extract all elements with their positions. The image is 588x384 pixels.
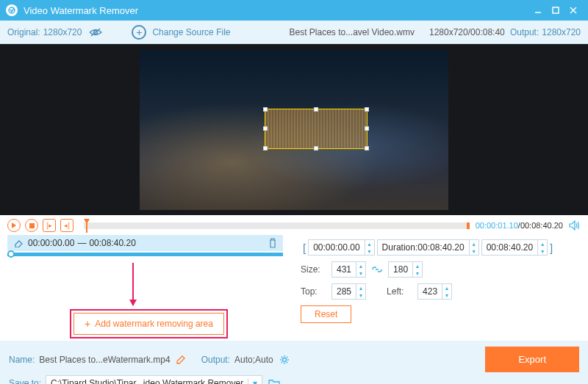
resize-handle-tl[interactable] — [263, 107, 268, 112]
segment-track[interactable] — [7, 253, 283, 256]
segments-panel: 00:00:00.00 — 00:08:40.20 + Add watermar… — [0, 233, 290, 341]
spinner-up-icon[interactable]: ▲ — [356, 284, 365, 291]
spinner-down-icon[interactable]: ▼ — [470, 247, 478, 255]
video-frame[interactable] — [140, 50, 448, 210]
resize-handle-tr[interactable] — [365, 107, 369, 112]
resize-handle-bm[interactable] — [314, 146, 318, 151]
main-panel: 00:00:00.00 — 00:08:40.20 + Add watermar… — [0, 233, 588, 341]
segment-start: 00:00:00.00 — [28, 238, 74, 248]
time-display: 00:00:01.10/00:08:40.20 — [476, 221, 563, 230]
eye-off-icon[interactable] — [89, 27, 102, 37]
output-filename: Best Places to...eWatermark.mp4 — [39, 355, 170, 365]
spinner-up-icon[interactable]: ▲ — [356, 262, 365, 269]
duration-input[interactable]: Duration:00:08:40.20▲▼ — [377, 239, 479, 256]
time-end-input[interactable]: 00:08:40.20▲▼ — [481, 239, 548, 256]
video-preview-area — [0, 44, 588, 215]
original-resolution: 1280x720 — [43, 27, 82, 37]
bottom-bar: Name: Best Places to...eWatermark.mp4 Ou… — [0, 341, 588, 384]
output-format-value: Auto;Auto — [234, 355, 273, 365]
size-label: Size: — [301, 264, 331, 275]
resize-handle-ml[interactable] — [263, 126, 268, 131]
watermark-selection-box[interactable] — [265, 109, 368, 149]
spinner-down-icon[interactable]: ▼ — [356, 291, 365, 299]
saveto-dropdown-icon[interactable]: ▾ — [248, 378, 257, 384]
svg-point-8 — [282, 358, 286, 361]
time-start-input[interactable]: 00:00:00.00▲▼ — [308, 239, 374, 256]
eraser-icon — [13, 239, 24, 247]
playhead-icon[interactable] — [84, 219, 90, 232]
annotation-highlight: + Add watermark removing area — [70, 309, 228, 338]
output-resolution: 1280x720 — [542, 27, 581, 37]
playback-controls: [▸ ◂] 00:00:01.10/00:08:40.20 — [0, 217, 588, 233]
minimize-button[interactable] — [529, 3, 547, 18]
spinner-up-icon[interactable]: ▲ — [442, 284, 451, 291]
link-aspect-icon[interactable] — [372, 265, 382, 274]
parameters-panel: [ 00:00:00.00▲▼ Duration:00:08:40.20▲▼ 0… — [290, 233, 588, 341]
output-format-label: Output: — [201, 355, 230, 365]
add-source-button[interactable]: + — [132, 25, 146, 40]
spinner-up-icon[interactable]: ▲ — [413, 262, 422, 269]
spinner-down-icon[interactable]: ▼ — [356, 269, 365, 277]
svg-rect-2 — [553, 7, 559, 13]
segment-separator: — — [77, 238, 86, 248]
add-area-label: Add watermark removing area — [95, 319, 213, 329]
add-watermark-area-button[interactable]: + Add watermark removing area — [74, 313, 224, 335]
reset-button[interactable]: Reset — [301, 305, 351, 323]
source-filename: Best Places to...avel Video.wmv — [289, 27, 415, 37]
app-title: Video Watermark Remover — [24, 5, 529, 16]
source-dimensions: 1280x720/00:08:40 — [429, 27, 505, 37]
left-label: Left: — [387, 286, 417, 297]
spinner-down-icon[interactable]: ▼ — [365, 247, 374, 255]
segment-thumb[interactable] — [7, 250, 15, 258]
resize-handle-bl[interactable] — [263, 146, 268, 151]
spinner-up-icon[interactable]: ▲ — [365, 240, 374, 247]
saveto-label: Save to: — [9, 378, 41, 384]
set-start-button[interactable]: [▸ — [43, 219, 56, 232]
toolbar: Original: 1280x720 + Change Source File … — [0, 21, 588, 44]
spinner-down-icon[interactable]: ▼ — [538, 247, 547, 255]
app-logo-icon — [6, 4, 18, 16]
segment-row[interactable]: 00:00:00.00 — 00:08:40.20 — [7, 235, 283, 251]
spinner-up-icon[interactable]: ▲ — [470, 240, 478, 247]
left-input[interactable]: 423▲▼ — [417, 283, 452, 300]
delete-segment-icon[interactable] — [268, 238, 277, 248]
edit-name-icon[interactable] — [176, 355, 185, 364]
spinner-up-icon[interactable]: ▲ — [538, 240, 547, 247]
segment-end: 00:08:40.20 — [89, 238, 135, 248]
output-settings-icon[interactable] — [279, 355, 290, 365]
title-bar: Video Watermark Remover — [0, 0, 588, 21]
stop-button[interactable] — [25, 219, 38, 232]
maximize-button[interactable] — [547, 3, 564, 18]
svg-rect-7 — [29, 223, 35, 228]
original-label: Original: — [7, 27, 40, 37]
saveto-path-input[interactable]: C:\Tipard Studio\Tipar...ideo Watermark … — [46, 375, 262, 384]
size-height-input[interactable]: 180▲▼ — [388, 261, 423, 278]
size-width-input[interactable]: 431▲▼ — [331, 261, 366, 278]
resize-handle-mr[interactable] — [365, 126, 369, 131]
volume-icon[interactable] — [569, 220, 581, 231]
spinner-down-icon[interactable]: ▼ — [413, 269, 422, 277]
set-end-button[interactable]: ◂] — [60, 219, 74, 232]
bracket-end-button[interactable]: ] — [548, 242, 555, 254]
top-label: Top: — [301, 286, 331, 297]
annotation-arrow — [132, 263, 134, 305]
open-folder-icon[interactable] — [268, 379, 280, 385]
top-input[interactable]: 285▲▼ — [331, 283, 366, 300]
export-button[interactable]: Export — [485, 347, 579, 372]
play-button[interactable] — [7, 219, 21, 232]
resize-handle-br[interactable] — [365, 146, 369, 151]
bracket-start-button[interactable]: [ — [301, 242, 308, 254]
spinner-down-icon[interactable]: ▼ — [442, 291, 451, 299]
timeline-end-marker — [467, 222, 470, 229]
resize-handle-tm[interactable] — [314, 107, 318, 112]
close-button[interactable] — [564, 3, 582, 18]
change-source-button[interactable]: Change Source File — [152, 27, 230, 37]
plus-icon: + — [85, 318, 90, 330]
total-time: 00:08:40.20 — [520, 221, 563, 230]
output-label: Output: — [510, 27, 539, 37]
saveto-path-value: C:\Tipard Studio\Tipar...ideo Watermark … — [51, 378, 243, 384]
timeline-slider[interactable] — [84, 222, 470, 229]
name-label: Name: — [9, 355, 35, 365]
current-time: 00:00:01.10 — [476, 221, 518, 230]
